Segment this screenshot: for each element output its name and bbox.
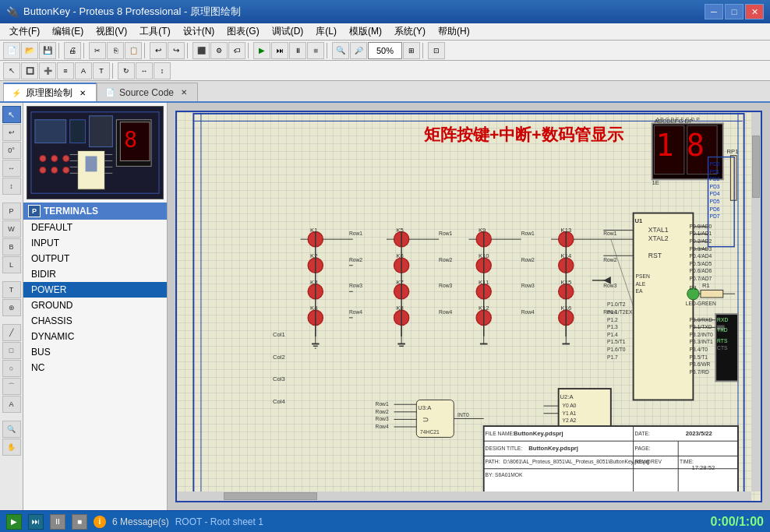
play-button[interactable]: ▶ xyxy=(6,514,22,530)
step-fwd-button[interactable]: ⏭ xyxy=(28,514,44,530)
terminal-ground[interactable]: GROUND xyxy=(23,298,167,313)
place-label[interactable]: L xyxy=(2,256,21,273)
mirror-y[interactable]: ↕ xyxy=(2,178,21,195)
menu-tools[interactable]: 工具(T) xyxy=(133,23,176,40)
menu-view[interactable]: 视图(V) xyxy=(90,23,133,40)
flip-h-btn[interactable]: ↔ xyxy=(136,62,153,79)
zoom-tool[interactable]: 🔍 xyxy=(2,421,21,438)
stop-debug[interactable]: ■ xyxy=(307,42,324,59)
menu-library[interactable]: 库(L) xyxy=(309,23,343,40)
terminal-bidir[interactable]: BIDIR xyxy=(23,266,167,282)
tag-btn[interactable]: 🏷 xyxy=(228,42,245,59)
grid-btn[interactable]: ⊡ xyxy=(428,42,445,59)
select-tool[interactable]: ↖ xyxy=(2,106,21,123)
place-wire[interactable]: W xyxy=(2,220,21,238)
text-tool[interactable]: T xyxy=(93,62,110,79)
menu-graph[interactable]: 图表(G) xyxy=(221,23,265,40)
draw-rect[interactable]: □ xyxy=(2,342,21,359)
place-port[interactable]: ⊛ xyxy=(2,299,21,316)
component-mode[interactable]: ↩ xyxy=(2,124,21,141)
menu-system[interactable]: 系统(Y) xyxy=(388,23,432,40)
svg-text:RTS: RTS xyxy=(717,338,728,344)
place-bus[interactable]: B xyxy=(2,238,21,255)
open-button[interactable]: 📂 xyxy=(21,42,38,59)
terminal-power[interactable]: POWER xyxy=(23,282,167,298)
paste-button[interactable]: 📋 xyxy=(125,42,142,59)
pause-button[interactable]: ⏸ xyxy=(50,514,65,530)
svg-text:P1.0/T2: P1.0/T2 xyxy=(607,302,626,308)
terminal-chassis[interactable]: CHASSIS xyxy=(23,313,167,329)
zoom-level[interactable]: 50% xyxy=(368,42,402,59)
cut-button[interactable]: ✂ xyxy=(89,42,106,59)
terminal-bus[interactable]: BUS xyxy=(23,344,167,360)
svg-text:Row4: Row4 xyxy=(521,309,535,315)
menu-edit[interactable]: 编辑(E) xyxy=(46,23,90,40)
print-button[interactable]: 🖨 xyxy=(64,42,81,59)
bus-tool[interactable]: ≡ xyxy=(57,62,74,79)
label-tool[interactable]: A xyxy=(75,62,92,79)
canvas-area[interactable]: 矩阵按键+中断+数码管显示 ABCDEFG DP A B C D E F G D… xyxy=(168,103,770,510)
svg-text:U3:A: U3:A xyxy=(418,404,432,411)
svg-text:Row2: Row2 xyxy=(376,409,389,414)
menu-template[interactable]: 模版(M) xyxy=(343,23,388,40)
toolbar-sep-7 xyxy=(422,43,426,58)
pointer-tool[interactable]: ↖ xyxy=(3,62,20,79)
place-component[interactable]: P xyxy=(2,203,21,220)
fit-btn[interactable]: ⊞ xyxy=(403,42,420,59)
stop-button[interactable]: ■ xyxy=(72,514,87,530)
rotate-btn[interactable]: ↻ xyxy=(118,62,135,79)
draw-arc[interactable]: ⌒ xyxy=(2,378,21,395)
copy-button[interactable]: ⎘ xyxy=(107,42,124,59)
tab-schematic[interactable]: ⚡ 原理图绘制 ✕ xyxy=(3,83,97,101)
schematic-canvas[interactable]: 矩阵按键+中断+数码管显示 ABCDEFG DP A B C D E F G D… xyxy=(175,111,762,502)
mirror-x[interactable]: ↔ xyxy=(2,160,21,177)
flip-v-btn[interactable]: ↕ xyxy=(154,62,171,79)
terminal-nc[interactable]: NC xyxy=(23,360,167,375)
svg-text:PD4: PD4 xyxy=(709,191,719,196)
minimize-button[interactable]: ─ xyxy=(705,4,723,19)
zoom-in[interactable]: 🔍 xyxy=(332,42,349,59)
draw-line[interactable]: ╱ xyxy=(2,324,21,341)
pan-tool[interactable]: ✋ xyxy=(2,439,21,456)
scrollbar-v-thumb[interactable] xyxy=(752,136,760,198)
terminal-output[interactable]: OUTPUT xyxy=(23,251,167,266)
play-debug[interactable]: ▶ xyxy=(253,42,270,59)
menu-help[interactable]: 帮助(H) xyxy=(432,23,476,40)
pause-debug[interactable]: ⏸ xyxy=(289,42,306,59)
save-button[interactable]: 💾 xyxy=(39,42,56,59)
terminal-default[interactable]: DEFAULT xyxy=(23,220,167,235)
undo-button[interactable]: ↩ xyxy=(150,42,167,59)
zoom-out[interactable]: 🔎 xyxy=(350,42,367,59)
svg-text:P3.3/INT1: P3.3/INT1 xyxy=(690,339,713,344)
scrollbar-horizontal[interactable] xyxy=(177,491,751,501)
close-button[interactable]: ✕ xyxy=(745,4,764,19)
tab-schematic-close[interactable]: ✕ xyxy=(77,87,88,98)
svg-text:TXD: TXD xyxy=(717,327,728,333)
wire-tool[interactable]: ➕ xyxy=(39,62,56,79)
scrollbar-vertical[interactable] xyxy=(751,112,761,491)
scrollbar-h-thumb[interactable] xyxy=(224,492,317,500)
block-select[interactable]: ⬛ xyxy=(192,42,210,59)
place-text[interactable]: A xyxy=(2,396,21,413)
svg-text:1E: 1E xyxy=(652,179,659,186)
svg-text:P3.5/T1: P3.5/T1 xyxy=(690,354,708,360)
tab-source-code[interactable]: 📄 Source Code ✕ xyxy=(97,83,198,101)
menu-debug[interactable]: 调试(D) xyxy=(266,23,310,40)
redo-button[interactable]: ↪ xyxy=(168,42,185,59)
place-terminal[interactable]: T xyxy=(2,281,21,298)
terminal-input[interactable]: INPUT xyxy=(23,235,167,251)
tab-source-close[interactable]: ✕ xyxy=(178,87,189,98)
terminal-dynamic[interactable]: DYNAMIC xyxy=(23,329,167,344)
menu-design[interactable]: 设计(N) xyxy=(177,23,221,40)
svg-text:Row1: Row1 xyxy=(349,231,362,236)
rotate-90[interactable]: 0° xyxy=(2,142,21,159)
new-button[interactable]: 📄 xyxy=(3,42,20,59)
schematic-svg: 矩阵按键+中断+数码管显示 ABCDEFG DP A B C D E F G D… xyxy=(177,112,761,501)
svg-text:Row1: Row1 xyxy=(439,231,452,236)
menu-file[interactable]: 文件(F) xyxy=(3,23,46,40)
component-tool[interactable]: 🔲 xyxy=(21,62,38,79)
maximize-button[interactable]: □ xyxy=(725,4,744,19)
draw-circle[interactable]: ○ xyxy=(2,360,21,377)
properties-btn[interactable]: ⚙ xyxy=(210,42,228,59)
step-debug[interactable]: ⏭ xyxy=(271,42,288,59)
